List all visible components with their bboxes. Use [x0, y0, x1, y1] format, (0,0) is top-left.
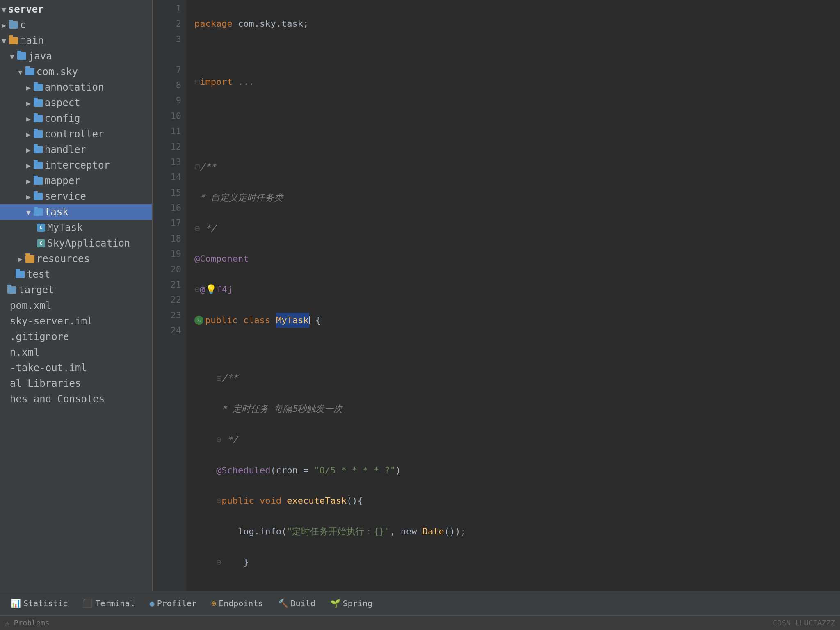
folder-icon: [9, 37, 18, 44]
terminal-icon: ⬛: [82, 598, 93, 608]
status-bar: ⚠ Problems CDSN LLUCIAZZZ: [0, 615, 840, 630]
folder-icon: [34, 193, 43, 200]
sidebar-item-label: task: [45, 206, 68, 218]
line-numbers-gutter: 1 2 3 7 8 9 10 11 12 13 14 15 16 17 18 1…: [153, 0, 186, 591]
chevron-right-icon: ▶: [18, 255, 23, 263]
tab-build-label: Build: [291, 598, 315, 608]
tab-endpoints[interactable]: ⊕ Endpoints: [205, 596, 269, 611]
sidebar-item-skyapplication[interactable]: C SkyApplication: [0, 235, 152, 251]
sidebar-item-annotation[interactable]: ▶ annotation: [0, 80, 152, 95]
sidebar-item-label: n.xml: [2, 347, 39, 358]
folder-icon: [25, 255, 34, 262]
profiler-icon: ●: [150, 598, 155, 608]
tab-profiler-label: Profiler: [157, 598, 196, 608]
sidebar-item-server[interactable]: ▼ server: [0, 2, 152, 17]
tab-statistic[interactable]: 📊 Statistic: [4, 596, 74, 611]
folder-icon: [34, 99, 43, 107]
sidebar-item-label: aspect: [45, 97, 80, 109]
sidebar-item-target[interactable]: target: [0, 282, 152, 298]
folder-icon: [34, 162, 43, 169]
chevron-right-icon: ▶: [26, 161, 31, 170]
sidebar-item-task[interactable]: ▼ task: [0, 204, 152, 220]
sidebar-item-label: SkyApplication: [47, 237, 130, 249]
chevron-down-icon: ▼: [26, 208, 31, 217]
tab-terminal-label: Terminal: [95, 598, 135, 608]
sidebar-item-label: pom.xml: [2, 300, 51, 311]
sidebar-item-c[interactable]: ▶ c: [0, 17, 152, 33]
sidebar-item-gitignore[interactable]: .gitignore: [0, 329, 152, 345]
chevron-right-icon: ▶: [26, 99, 31, 107]
sidebar-item-label: .gitignore: [2, 331, 69, 342]
sidebar-item-skyserveriml[interactable]: sky-server.iml: [0, 313, 152, 329]
spring-icon: 🌱: [330, 598, 340, 608]
chevron-right-icon: ▶: [26, 130, 31, 139]
sidebar-item-label: controller: [45, 128, 104, 140]
sidebar-item-label: mapper: [45, 175, 80, 187]
chevron-right-icon: ▶: [26, 83, 31, 92]
sidebar-item-consoles[interactable]: hes and Consoles: [0, 391, 152, 407]
sidebar-item-label: service: [45, 191, 86, 202]
sidebar-item-label: al Libraries: [2, 378, 81, 389]
folder-icon: [34, 146, 43, 153]
folder-icon: [34, 177, 43, 185]
sidebar-item-handler[interactable]: ▶ handler: [0, 142, 152, 158]
sidebar-item-controller[interactable]: ▶ controller: [0, 126, 152, 142]
chevron-right-icon: ▶: [26, 192, 31, 201]
sidebar-item-label: java: [28, 50, 52, 62]
sidebar-item-main[interactable]: ▼ main: [0, 33, 152, 48]
sidebar-item-mapper[interactable]: ▶ mapper: [0, 173, 152, 189]
folder-icon: [25, 68, 34, 75]
sidebar-item-label: test: [27, 269, 50, 280]
tab-terminal[interactable]: ⬛ Terminal: [76, 596, 141, 611]
sidebar-item-label: c: [20, 19, 26, 31]
folder-icon: [16, 271, 25, 278]
chevron-right-icon: ▶: [26, 146, 31, 154]
sidebar-item-libraries[interactable]: al Libraries: [0, 376, 152, 391]
folder-icon: [17, 52, 26, 60]
sidebar-item-label: annotation: [45, 82, 104, 93]
tab-endpoints-label: Endpoints: [219, 598, 263, 608]
editor-container: 1 2 3 7 8 9 10 11 12 13 14 15 16 17 18 1…: [153, 0, 840, 591]
folder-icon: [7, 286, 16, 294]
folder-icon: [34, 115, 43, 122]
tab-build[interactable]: 🔨 Build: [272, 596, 322, 611]
sidebar-item-comsky[interactable]: ▼ com.sky: [0, 64, 152, 80]
tab-profiler[interactable]: ● Profiler: [143, 596, 203, 611]
sidebar-item-service[interactable]: ▶ service: [0, 189, 152, 204]
build-icon: 🔨: [278, 598, 288, 608]
sidebar-item-interceptor[interactable]: ▶ interceptor: [0, 158, 152, 173]
sidebar-item-resources[interactable]: ▶ resources: [0, 251, 152, 267]
sidebar-item-mytask[interactable]: C MyTask: [0, 220, 152, 235]
sidebar-item-java[interactable]: ▼ java: [0, 48, 152, 64]
sidebar-item-label: server: [8, 4, 44, 15]
sidebar-item-label: resources: [37, 253, 90, 265]
endpoints-icon: ⊕: [211, 598, 216, 608]
class-c-icon: C: [37, 239, 45, 247]
watermark-text: CDSN LLUCIAZZZ: [773, 619, 835, 627]
bottom-toolbar: 📊 Statistic ⬛ Terminal ● Profiler ⊕ Endp…: [0, 591, 840, 615]
tab-spring-label: Spring: [343, 598, 372, 608]
tab-statistic-label: Statistic: [23, 598, 68, 608]
sidebar-item-test[interactable]: test: [0, 267, 152, 282]
sidebar-item-label: MyTask: [47, 222, 83, 233]
sidebar-item-nxml[interactable]: n.xml: [0, 345, 152, 360]
chevron-down-icon: ▼: [10, 52, 14, 61]
chevron-right-icon: ▶: [26, 114, 31, 123]
folder-icon: [34, 208, 43, 216]
code-editor[interactable]: package com.sky.task; ⊟import ... ⊟/** *…: [186, 0, 840, 591]
sidebar-item-pomxml[interactable]: pom.xml: [0, 298, 152, 313]
problems-indicator[interactable]: ⚠ Problems: [5, 619, 49, 627]
sidebar-item-label: config: [45, 113, 80, 124]
sidebar-item-label: target: [18, 284, 54, 296]
class-c-icon: C: [37, 224, 45, 232]
chevron-down-icon: ▼: [2, 37, 6, 45]
sidebar-item-config[interactable]: ▶ config: [0, 111, 152, 126]
sidebar-item-takeoiut[interactable]: -take-out.iml: [0, 360, 152, 376]
sidebar-item-label: hes and Consoles: [2, 393, 105, 405]
statistic-icon: 📊: [11, 598, 21, 608]
folder-icon: [34, 130, 43, 138]
tab-spring[interactable]: 🌱 Spring: [324, 596, 379, 611]
chevron-right-icon: ▶: [2, 21, 6, 30]
chevron-down-icon: ▼: [18, 68, 23, 76]
sidebar-item-aspect[interactable]: ▶ aspect: [0, 95, 152, 111]
